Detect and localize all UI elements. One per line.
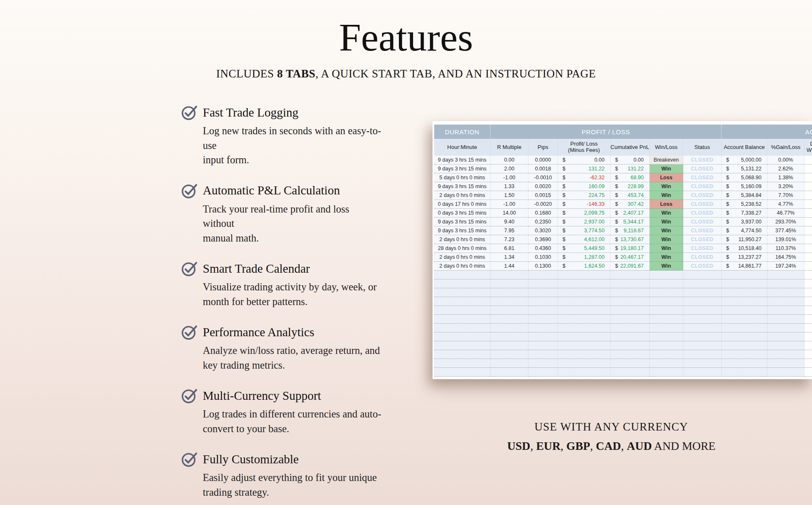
empty-cell xyxy=(528,271,558,279)
r-multiple-cell: 1.33 xyxy=(491,182,528,191)
duration-cell: 2 days 0 hrs 0 mins xyxy=(434,191,491,200)
pips-cell: -0.0010 xyxy=(528,173,558,182)
empty-cell xyxy=(767,324,804,332)
account-balance-cell: $10,518.40 xyxy=(722,244,767,253)
empty-cell xyxy=(434,368,491,377)
win-loss-cell: Win xyxy=(650,235,683,244)
empty-cell xyxy=(558,341,610,350)
profit-loss-cell: $131.22 xyxy=(558,165,610,173)
empty-cell xyxy=(650,359,683,368)
column-header-cell: Profit/ Loss (Minus Fees) xyxy=(558,139,610,156)
empty-cell xyxy=(491,359,528,368)
status-cell: CLOSED xyxy=(683,200,722,209)
amount: 5,449.50 xyxy=(584,245,605,251)
cumulative-pnl-cell: $307.42 xyxy=(610,200,650,209)
feature-description: Analyze win/loss ratio, average return, … xyxy=(203,343,383,372)
amount: 0.00 xyxy=(594,157,605,163)
empty-cell xyxy=(804,359,812,368)
deposits-cell xyxy=(804,218,812,226)
deposits-cell xyxy=(804,244,812,253)
empty-cell xyxy=(683,368,722,377)
deposits-cell xyxy=(804,226,812,235)
empty-cell xyxy=(528,359,558,368)
gain-loss-cell: 1.38% xyxy=(767,173,804,182)
empty-cell xyxy=(804,297,812,306)
empty-cell xyxy=(491,271,528,279)
empty-cell xyxy=(528,368,558,377)
status-value: CLOSED xyxy=(691,192,714,198)
page-subtitle: INCLUDES 8 TABS, A QUICK START TAB, AND … xyxy=(0,67,812,80)
empty-cell xyxy=(491,288,528,297)
empty-cell xyxy=(491,332,528,341)
currency-separator: , xyxy=(590,439,596,452)
feature-header: Fast Trade Logging xyxy=(181,104,383,121)
amount: 5,160.09 xyxy=(741,183,762,189)
currency-list: USD, EUR, GBP, CAD, AUD AND MORE xyxy=(443,439,780,453)
feature-list: Fast Trade LoggingLog new trades in seco… xyxy=(181,104,383,500)
empty-cell xyxy=(528,297,558,306)
amount: 5,238.52 xyxy=(741,201,762,207)
amount: 7,338.27 xyxy=(741,210,762,216)
feature-header: Fully Customizable xyxy=(181,450,383,468)
amount: 5,000.00 xyxy=(741,157,762,163)
deposits-cell xyxy=(804,156,812,165)
empty-cell xyxy=(610,368,650,377)
empty-cell xyxy=(650,341,683,350)
currency-separator: , xyxy=(530,439,536,452)
empty-cell xyxy=(804,341,812,350)
dollar-sign: $ xyxy=(615,192,618,198)
amount: 3,937.00 xyxy=(741,219,762,225)
empty-cell xyxy=(722,315,767,324)
duration-cell: 9 days 3 hrs 15 mins xyxy=(434,165,491,173)
amount: 307.42 xyxy=(628,201,644,207)
feature-description: Log trades in different currencies and a… xyxy=(203,407,383,436)
empty-cell xyxy=(491,279,528,288)
duration-cell: 0 days 3 hrs 15 mins xyxy=(434,209,491,218)
check-circle-icon xyxy=(181,104,199,121)
status-value: CLOSED xyxy=(691,219,714,225)
deposits-cell xyxy=(804,235,812,244)
empty-cell xyxy=(804,332,812,341)
dollar-sign: $ xyxy=(563,219,565,225)
table-empty-row xyxy=(434,315,812,324)
empty-cell xyxy=(558,288,610,297)
status-value: CLOSED xyxy=(691,201,714,207)
empty-cell xyxy=(434,359,491,368)
empty-cell xyxy=(610,297,650,306)
duration-cell: 28 days 0 hrs 0 mins xyxy=(434,244,491,253)
table-empty-row xyxy=(434,324,812,332)
empty-cell xyxy=(558,368,610,377)
empty-cell xyxy=(434,288,491,297)
empty-cell xyxy=(528,341,558,350)
empty-cell xyxy=(767,288,804,297)
cumulative-pnl-cell: $20,467.17 xyxy=(610,253,650,262)
empty-cell xyxy=(491,341,528,350)
feature-item: Performance AnalyticsAnalyze win/loss ra… xyxy=(181,323,383,372)
dollar-sign: $ xyxy=(726,201,729,207)
amount: 14,861.77 xyxy=(738,263,762,269)
cumulative-pnl-cell: $19,180.17 xyxy=(610,244,650,253)
empty-cell xyxy=(610,271,650,279)
cumulative-pnl-cell: $453.74 xyxy=(610,191,650,200)
status-cell: CLOSED xyxy=(683,218,722,226)
empty-cell xyxy=(722,288,767,297)
profit-loss-cell: $224.75 xyxy=(558,191,610,200)
status-cell: CLOSED xyxy=(683,173,722,182)
dollar-sign: $ xyxy=(563,263,565,269)
empty-cell xyxy=(558,324,610,332)
empty-cell xyxy=(650,279,683,288)
status-value: CLOSED xyxy=(691,228,714,234)
empty-cell xyxy=(650,271,683,279)
profit-loss-cell: $-146.33 xyxy=(558,200,610,209)
features-page: { "page": { "title": "Features", "subtit… xyxy=(0,0,812,505)
r-multiple-cell: 1.44 xyxy=(491,262,528,271)
pips-cell: 0.2350 xyxy=(528,218,558,226)
pips-cell: -0.0020 xyxy=(528,200,558,209)
r-multiple-cell: 9.40 xyxy=(491,218,528,226)
dollar-sign: $ xyxy=(726,245,729,251)
pips-cell: 0.0020 xyxy=(528,182,558,191)
feature-description: Easily adjust everything to fit your uni… xyxy=(203,470,383,500)
dollar-sign: $ xyxy=(726,237,729,242)
status-value: CLOSED xyxy=(691,157,714,163)
empty-cell xyxy=(610,341,650,350)
